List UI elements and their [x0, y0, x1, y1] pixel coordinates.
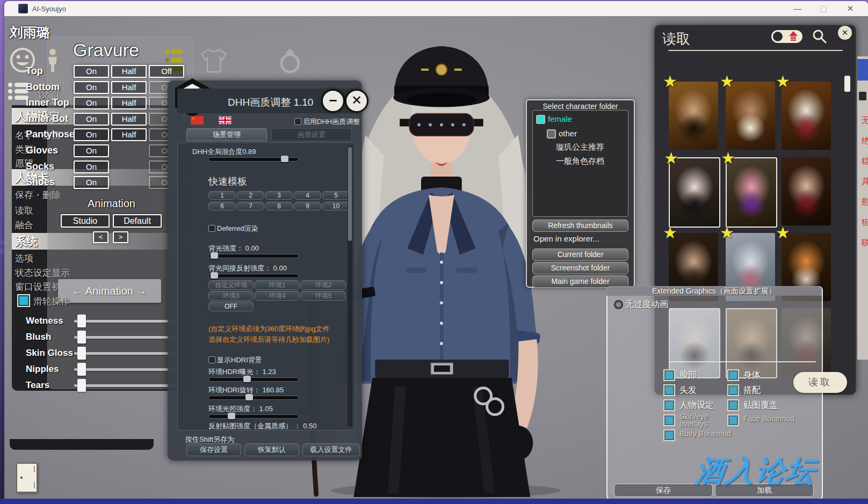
env-off-button[interactable]: OFF [208, 302, 254, 311]
folder-option-female[interactable]: female [548, 114, 572, 123]
clothing-socks-on-button[interactable]: On [74, 160, 109, 173]
character-thumbnail[interactable] [782, 157, 831, 225]
clothing-inner-top-on-button[interactable]: On [74, 97, 109, 109]
template-3-button[interactable]: 3 [265, 191, 293, 200]
tab-quality-settings[interactable]: 画质设置 [271, 128, 352, 141]
ambient-intensity-slider[interactable] [208, 414, 299, 419]
env-button-2[interactable]: 环境2 [301, 280, 346, 290]
exit-door-icon[interactable] [16, 463, 38, 493]
folder-button-0[interactable]: Current folder [532, 249, 628, 261]
wetness-slider[interactable] [74, 320, 179, 323]
clothing-inner-bot-on-button[interactable]: On [74, 113, 109, 126]
clothing-inner-top-half-button[interactable]: Half [111, 97, 147, 109]
dhh-scrollbar[interactable] [348, 146, 352, 427]
template-5-button[interactable]: 5 [322, 191, 350, 200]
dhh-minimize-button[interactable]: − [321, 89, 345, 113]
ext-checkbox-right-0[interactable] [727, 369, 739, 381]
backlight-slider[interactable] [208, 254, 299, 258]
global-mix-handle[interactable] [281, 156, 288, 162]
ambient-intensity-handle[interactable] [228, 413, 235, 419]
clothing-bottom-on-button[interactable]: On [74, 81, 109, 94]
ext-checkbox-left-0[interactable] [663, 369, 675, 381]
template-2-button[interactable]: 2 [237, 191, 264, 200]
character-thumbnail[interactable]: ★ [669, 82, 718, 150]
load-close-icon[interactable]: ✕ [838, 26, 852, 40]
tab-scene-manage[interactable]: 场景管理 [186, 128, 267, 141]
dhh-scrollbar-handle[interactable] [348, 147, 352, 241]
skin-gloss-slider[interactable] [74, 352, 179, 355]
clothing-top-half-button[interactable]: Half [111, 65, 147, 78]
ext-checkbox-right-2[interactable] [727, 399, 739, 411]
deferred-checkbox[interactable] [208, 225, 215, 232]
tears-slider[interactable] [74, 384, 179, 387]
slider-handle[interactable] [77, 315, 86, 327]
backlight-indirect-slider[interactable] [208, 274, 299, 278]
character-thumbnail[interactable]: ★ [726, 82, 775, 150]
studio-button[interactable]: Studio [61, 214, 110, 228]
folder-link-1[interactable]: 一般角色存档 [556, 156, 604, 166]
load-card-button[interactable]: 读取 [793, 372, 847, 393]
sidebar-item-7[interactable]: 融合 [15, 219, 33, 231]
clothing-top-off-button[interactable]: Off [149, 65, 184, 78]
ext-checkbox-right-1[interactable] [727, 384, 739, 396]
env-button-5[interactable]: 环境5 [301, 291, 346, 301]
dhh-close-button[interactable]: ✕ [345, 89, 368, 113]
slider-handle[interactable] [77, 347, 86, 360]
clothing-bottom-half-button[interactable]: Half [111, 81, 147, 94]
folder-option-other[interactable]: other [559, 129, 577, 138]
no-transition-anim-radio[interactable] [614, 300, 623, 309]
load-scrollbar-handle[interactable] [844, 76, 850, 92]
hdri-rotation-slider[interactable] [208, 396, 299, 400]
template-1-button[interactable]: 1 [208, 191, 236, 200]
character-thumbnail[interactable]: ★ [782, 82, 831, 150]
character-thumbnail[interactable]: ★ [726, 157, 777, 228]
wheel-checkbox[interactable] [17, 294, 30, 307]
backlight-handle[interactable] [211, 252, 218, 259]
sidebar-item-6[interactable]: 读取 [15, 204, 33, 217]
slider-handle[interactable] [77, 379, 86, 392]
env-button-0[interactable]: 自定义环境 [208, 280, 254, 290]
folder-button-1[interactable]: Screenshot folder [532, 262, 628, 274]
uk-flag-icon[interactable] [219, 116, 232, 125]
template-7-button[interactable]: 7 [237, 202, 264, 210]
clothing-shoes-on-button[interactable]: On [74, 176, 109, 189]
default-button[interactable]: Default [113, 214, 162, 228]
folder-option-checkbox-female[interactable] [536, 115, 545, 124]
backlight-indirect-handle[interactable] [211, 272, 218, 279]
dhh-action-0[interactable]: 保存设置 [186, 443, 241, 456]
ext-checkbox-left-3[interactable] [663, 414, 675, 426]
search-icon[interactable] [812, 28, 828, 45]
ext-checkbox-left-2[interactable] [663, 399, 675, 411]
env-button-4[interactable]: 环境4 [255, 291, 300, 301]
ext-checkbox-left-1[interactable] [663, 384, 675, 396]
dhh-enable-checkbox[interactable] [294, 118, 301, 125]
hdri-rotation-handle[interactable] [245, 394, 253, 400]
blush-slider[interactable] [74, 336, 179, 339]
template-6-button[interactable]: 6 [208, 202, 236, 210]
china-flag-icon[interactable] [191, 116, 204, 125]
clothing-pantyhose-on-button[interactable]: On [74, 128, 109, 141]
ext-checkbox-left-4[interactable] [663, 429, 675, 441]
person-icon[interactable] [46, 48, 59, 73]
template-9-button[interactable]: 9 [294, 202, 321, 210]
template-10-button[interactable]: 10 [322, 202, 350, 210]
clothing-inner-bot-half-button[interactable]: Half [111, 113, 147, 126]
slider-handle[interactable] [77, 331, 86, 344]
character-thumbnail[interactable]: ★ [669, 157, 720, 228]
animation-nav-button[interactable]: ← Animation → [58, 279, 161, 303]
nipples-slider[interactable] [74, 368, 179, 371]
sidebar-item-9[interactable]: 选项 [15, 252, 33, 265]
ext-checkbox-right-3[interactable] [727, 414, 739, 426]
sidebar-item-8[interactable]: 系统 [15, 234, 38, 249]
hdri-exposure-handle[interactable] [243, 376, 251, 382]
folder-link-0[interactable]: 璇玑公主推荐 [556, 142, 604, 152]
clothing-pantyhose-half-button[interactable]: Half [111, 128, 147, 141]
env-button-3[interactable]: 环境3 [208, 291, 254, 301]
slider-handle[interactable] [77, 363, 86, 376]
favorite-upload-toggle[interactable] [771, 30, 802, 43]
refresh-thumbnails-button[interactable]: Refresh thumbnails [532, 220, 628, 232]
clothing-gloves-on-button[interactable]: On [74, 144, 109, 157]
hdri-exposure-slider[interactable] [208, 377, 299, 382]
env-button-1[interactable]: 环境1 [255, 280, 300, 290]
dhh-action-2[interactable]: 载入设置文件 [302, 443, 360, 456]
